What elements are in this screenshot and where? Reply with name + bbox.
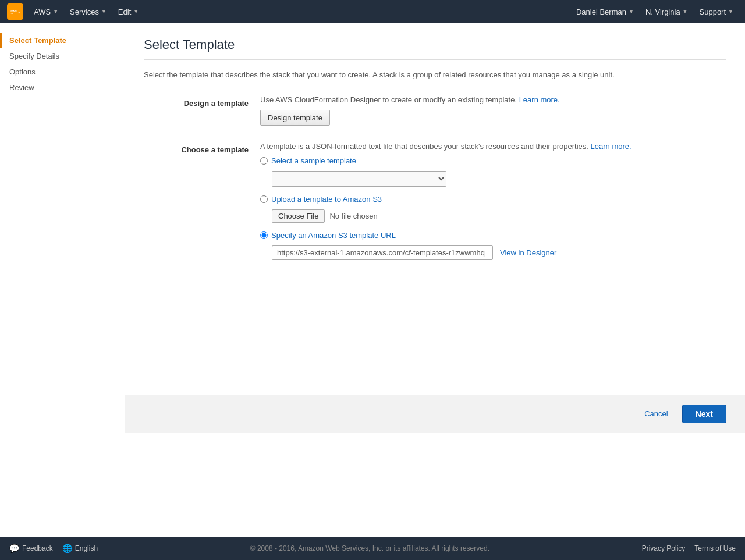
spacer bbox=[0, 433, 745, 537]
feedback-link[interactable]: 💬 Feedback bbox=[9, 544, 53, 553]
page-desc: Select the template that describes the s… bbox=[144, 70, 668, 79]
page-title: Select Template bbox=[144, 37, 726, 52]
choose-file-button[interactable]: Choose File bbox=[272, 209, 325, 223]
svg-text:aws: aws bbox=[10, 9, 17, 13]
design-learn-more-link[interactable]: Learn more. bbox=[519, 95, 560, 104]
choose-learn-more-link[interactable]: Learn more. bbox=[591, 142, 632, 151]
globe-icon: 🌐 bbox=[62, 544, 72, 553]
sample-template-radio[interactable] bbox=[260, 157, 268, 165]
design-template-button[interactable]: Design template bbox=[260, 110, 330, 126]
aws-logo: aws bbox=[7, 3, 23, 20]
chat-icon: 💬 bbox=[9, 544, 19, 553]
user-menu[interactable]: Daniel Berman ▼ bbox=[572, 0, 638, 23]
main-content: Select Template Select the template that… bbox=[125, 23, 745, 395]
services-chevron-icon: ▼ bbox=[101, 9, 107, 15]
choose-desc: A template is a JSON-formatted text file… bbox=[260, 142, 726, 151]
upload-template-option: Upload a template to Amazon S3 bbox=[260, 195, 726, 204]
region-menu[interactable]: N. Virginia ▼ bbox=[641, 0, 693, 23]
design-desc: Use AWS CloudFormation Designer to creat… bbox=[260, 95, 726, 104]
terms-of-use-link[interactable]: Terms of Use bbox=[694, 544, 736, 552]
top-nav: aws AWS ▼ Services ▼ Edit ▼ Daniel Berma… bbox=[0, 0, 745, 23]
design-label: Design a template bbox=[144, 95, 260, 142]
upload-template-label[interactable]: Upload a template to Amazon S3 bbox=[271, 195, 382, 204]
next-button[interactable]: Next bbox=[682, 405, 726, 423]
file-upload-row: Choose File No file chosen bbox=[272, 209, 726, 223]
sample-select-container bbox=[272, 171, 726, 187]
privacy-policy-link[interactable]: Privacy Policy bbox=[642, 544, 686, 552]
choose-content: A template is a JSON-formatted text file… bbox=[260, 142, 726, 276]
sidebar: Select Template Specify Details Options … bbox=[0, 23, 125, 433]
nav-left: aws AWS ▼ Services ▼ Edit ▼ bbox=[7, 0, 143, 23]
services-menu[interactable]: Services ▼ bbox=[65, 0, 111, 23]
footer-right: Privacy Policy Terms of Use bbox=[642, 544, 736, 552]
sidebar-item-select-template[interactable]: Select Template bbox=[0, 33, 125, 48]
s3-url-row: View in Designer bbox=[272, 245, 726, 260]
user-chevron-icon: ▼ bbox=[629, 9, 634, 15]
choose-template-row: Choose a template A template is a JSON-f… bbox=[144, 142, 726, 276]
sidebar-item-specify-details[interactable]: Specify Details bbox=[0, 48, 125, 64]
footer: 💬 Feedback 🌐 English © 2008 - 2016, Amaz… bbox=[0, 537, 745, 560]
support-chevron-icon: ▼ bbox=[728, 9, 733, 15]
s3-url-label[interactable]: Specify an Amazon S3 template URL bbox=[271, 231, 396, 240]
nav-right: Daniel Berman ▼ N. Virginia ▼ Support ▼ bbox=[572, 0, 738, 23]
edit-menu[interactable]: Edit ▼ bbox=[113, 0, 143, 23]
choose-label: Choose a template bbox=[144, 142, 260, 276]
s3-url-input[interactable] bbox=[272, 245, 493, 260]
language-link[interactable]: 🌐 English bbox=[62, 544, 98, 553]
edit-chevron-icon: ▼ bbox=[133, 9, 139, 15]
region-chevron-icon: ▼ bbox=[683, 9, 688, 15]
aws-chevron-icon: ▼ bbox=[53, 9, 58, 15]
sample-template-option: Select a sample template bbox=[260, 156, 726, 165]
bottom-bar: Cancel Next bbox=[125, 395, 745, 433]
content-wrapper: Select Template Select the template that… bbox=[125, 23, 745, 433]
aws-menu[interactable]: AWS ▼ bbox=[29, 0, 63, 23]
s3-url-radio[interactable] bbox=[260, 231, 268, 239]
s3-url-option: Specify an Amazon S3 template URL bbox=[260, 231, 726, 240]
view-in-designer-link[interactable]: View in Designer bbox=[500, 248, 556, 257]
design-content: Use AWS CloudFormation Designer to creat… bbox=[260, 95, 726, 142]
title-divider bbox=[144, 59, 726, 60]
footer-copyright: © 2008 - 2016, Amazon Web Services, Inc.… bbox=[98, 544, 642, 552]
no-file-text: No file chosen bbox=[329, 212, 377, 220]
sample-template-select[interactable] bbox=[272, 171, 446, 187]
support-menu[interactable]: Support ▼ bbox=[695, 0, 738, 23]
sample-template-label[interactable]: Select a sample template bbox=[271, 156, 356, 165]
design-template-row: Design a template Use AWS CloudFormation… bbox=[144, 95, 726, 142]
cancel-button[interactable]: Cancel bbox=[637, 406, 675, 422]
upload-template-radio[interactable] bbox=[260, 195, 268, 203]
sidebar-item-options[interactable]: Options bbox=[0, 64, 125, 80]
footer-left: 💬 Feedback 🌐 English bbox=[9, 544, 98, 553]
layout: Select Template Specify Details Options … bbox=[0, 23, 745, 433]
form-table: Design a template Use AWS CloudFormation… bbox=[144, 95, 726, 276]
sidebar-item-review[interactable]: Review bbox=[0, 80, 125, 95]
